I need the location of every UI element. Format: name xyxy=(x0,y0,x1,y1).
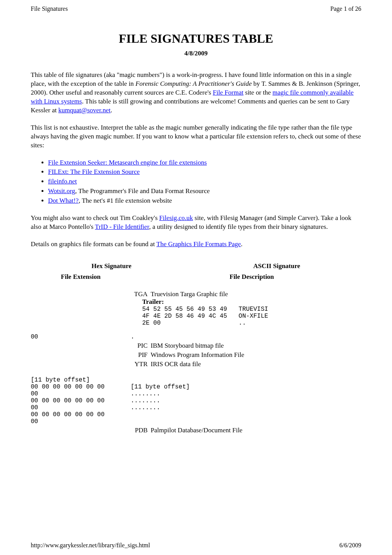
link-wotsit-org[interactable]: Wotsit.org xyxy=(48,187,75,195)
list-item: FILExt: The File Extension Source xyxy=(48,168,361,177)
header-page-number: Page 1 of 26 xyxy=(331,5,361,12)
list-item: Wotsit.org, The Programmer's File and Da… xyxy=(48,187,361,196)
link-trid[interactable]: TrID - File Identifier xyxy=(95,223,149,230)
link-filesig-co-uk[interactable]: Filesig.co.uk xyxy=(159,214,193,222)
page-footer: http://www.garykessler.net/library/file_… xyxy=(31,542,361,549)
link-fileinfo-net[interactable]: fileinfo.net xyxy=(48,178,77,185)
intro-paragraph-4: Details on graphics file formats can be … xyxy=(31,240,361,249)
list-item: File Extension Seeker: Metasearch engine… xyxy=(48,158,361,167)
document-date: 4/8/2009 xyxy=(31,50,361,57)
link-filext[interactable]: FILExt: The File Extension Source xyxy=(48,168,140,175)
page-header: File Signatures Page 1 of 26 xyxy=(31,5,361,12)
book-title: Forensic Computing: A Practitioner's Gui… xyxy=(135,80,252,87)
footer-url: http://www.garykessler.net/library/file_… xyxy=(31,542,150,549)
hex-zero: 00 xyxy=(31,333,131,340)
ascii-zero: . xyxy=(131,333,361,340)
link-file-format[interactable]: File Format xyxy=(213,89,244,96)
trailer-hex: 54 52 55 45 56 49 53 49 4F 4E 2D 58 46 4… xyxy=(142,306,227,327)
ext-pif: PIF xyxy=(131,351,151,359)
signature-table-header: Hex Signature ASCII Signature File Exten… xyxy=(31,262,361,281)
col-header-ext: File Extension xyxy=(31,273,131,281)
link-graphics-file-formats[interactable]: The Graphics File Formats Page xyxy=(156,240,241,248)
table-row-pdb: [11 byte offset] 00 00 00 00 00 00 00 00… xyxy=(31,377,361,425)
desc-pic: IBM Storyboard bitmap file xyxy=(151,342,224,350)
link-file-extension-seeker[interactable]: File Extension Seeker: Metasearch engine… xyxy=(48,159,207,166)
table-row-pdb-desc: PDB Palmpilot Database/Document File xyxy=(31,427,361,434)
header-left: File Signatures xyxy=(31,5,68,12)
desc-tga: Truevision Targa Graphic file xyxy=(151,290,228,298)
desc-pdb: Palmpilot Database/Document File xyxy=(151,427,243,434)
footer-date: 6/6/2009 xyxy=(339,542,361,549)
intro-paragraph-2: This list is not exhaustive. Interpret t… xyxy=(31,123,361,150)
resource-link-list: File Extension Seeker: Metasearch engine… xyxy=(48,158,361,206)
link-email-kumquat[interactable]: kumquat@sover.net xyxy=(58,107,111,114)
ext-ytr: YTR xyxy=(131,360,151,368)
link-dot-what[interactable]: Dot What!? xyxy=(48,197,78,204)
ascii-pdb: [11 byte offset] ........ ........ .....… xyxy=(131,383,361,411)
trailer-label: Trailer: xyxy=(142,298,361,306)
trailer-ascii: TRUEVISI ON-XFILE .. xyxy=(239,306,268,327)
intro-paragraph-1: This table of file signatures (aka "magi… xyxy=(31,71,361,115)
intro-paragraph-3: You might also want to check out Tim Coa… xyxy=(31,214,361,232)
ext-pdb: PDB xyxy=(131,427,151,434)
list-item: Dot What!?, The net's #1 file extension … xyxy=(48,197,361,205)
col-header-desc: File Description xyxy=(131,273,361,281)
list-item: fileinfo.net xyxy=(48,177,361,186)
col-header-ascii: ASCII Signature xyxy=(192,262,361,270)
page-title: FILE SIGNATURES TABLE xyxy=(31,32,361,46)
desc-ytr: IRIS OCR data file xyxy=(151,360,201,368)
hex-pdb: [11 byte offset] 00 00 00 00 00 00 00 00… xyxy=(31,377,131,425)
ext-pic: PIC xyxy=(131,342,151,350)
ext-tga: TGA xyxy=(131,290,148,298)
col-header-hex: Hex Signature xyxy=(31,262,192,270)
desc-pif: Windows Program Information File xyxy=(151,351,244,359)
table-row-tga: TGA Truevision Targa Graphic file Traile… xyxy=(31,290,361,327)
table-row-zero: 00 . PIC IBM Storyboard bitmap file PIF … xyxy=(31,333,361,370)
